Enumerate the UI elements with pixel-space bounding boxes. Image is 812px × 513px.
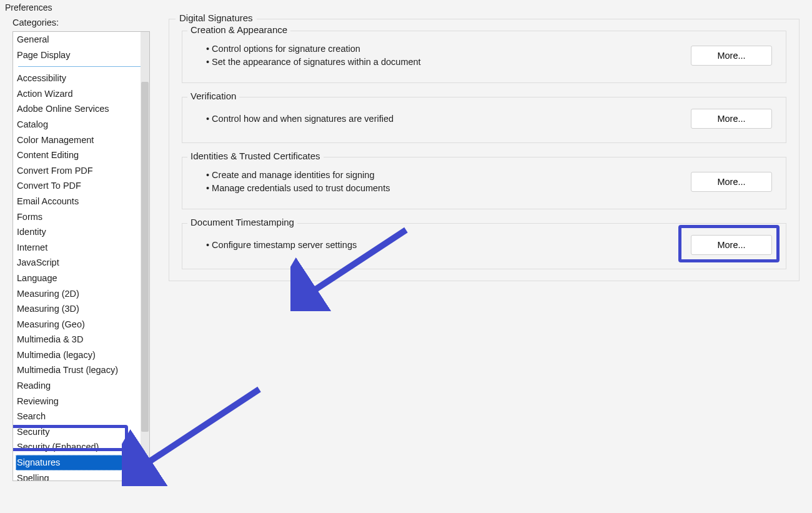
category-item[interactable]: Measuring (3D) bbox=[16, 301, 148, 317]
section-title: Document Timestamping bbox=[187, 217, 297, 227]
section-body: Control options for signature creationSe… bbox=[196, 42, 421, 69]
category-item[interactable]: Security (Enhanced) bbox=[16, 439, 148, 455]
category-item[interactable]: JavaScript bbox=[16, 255, 148, 271]
category-item[interactable]: General bbox=[16, 32, 148, 47]
category-item[interactable]: Catalog bbox=[16, 117, 148, 132]
category-item[interactable]: Reviewing bbox=[16, 394, 148, 409]
category-item[interactable]: Color Management bbox=[16, 132, 148, 148]
category-item[interactable]: Adobe Online Services bbox=[16, 101, 148, 117]
listbox-scrollbar[interactable] bbox=[141, 32, 149, 481]
scrollbar-thumb[interactable] bbox=[141, 82, 149, 432]
category-item[interactable]: Measuring (Geo) bbox=[16, 317, 148, 332]
section-bullet: Configure timestamp server settings bbox=[206, 239, 357, 252]
settings-section: Identities & Trusted CertificatesCreate … bbox=[182, 157, 786, 209]
settings-section: Document TimestampingConfigure timestamp… bbox=[182, 223, 786, 269]
section-title: Verification bbox=[187, 91, 239, 101]
settings-section: Creation & AppearanceControl options for… bbox=[182, 31, 786, 83]
category-item[interactable]: Multimedia (legacy) bbox=[16, 347, 148, 363]
section-body: Control how and when signatures are veri… bbox=[196, 112, 394, 126]
category-separator bbox=[18, 66, 144, 67]
category-item[interactable]: Internet bbox=[16, 240, 148, 256]
section-title: Identities & Trusted Certificates bbox=[187, 151, 324, 161]
category-item[interactable]: Accessibility bbox=[16, 71, 148, 86]
digital-signatures-group: Digital Signatures Creation & Appearance… bbox=[169, 19, 800, 281]
section-bullet: Manage credentials used to trust documen… bbox=[206, 182, 390, 195]
section-body: Create and manage identities for signing… bbox=[196, 169, 390, 195]
window-title: Preferences bbox=[5, 2, 52, 12]
category-item[interactable]: Content Editing bbox=[16, 147, 148, 163]
category-item[interactable]: Search bbox=[16, 409, 148, 424]
section-bullet: Control how and when signatures are veri… bbox=[206, 112, 394, 126]
more-button[interactable]: More... bbox=[691, 172, 772, 192]
category-item[interactable]: Multimedia Trust (legacy) bbox=[16, 362, 148, 378]
window-titlebar: Preferences bbox=[0, 0, 812, 17]
category-item[interactable]: Action Wizard bbox=[16, 86, 148, 102]
category-item[interactable]: Security bbox=[16, 424, 148, 440]
section-bullet: Create and manage identities for signing bbox=[206, 169, 390, 182]
category-item[interactable]: Page Display bbox=[16, 47, 148, 63]
category-item[interactable]: Spelling bbox=[16, 471, 148, 481]
section-title: Creation & Appearance bbox=[187, 24, 290, 35]
section-bullet: Set the appearance of signatures within … bbox=[206, 56, 421, 69]
section-body: Configure timestamp server settings bbox=[196, 239, 357, 252]
category-item[interactable]: Signatures bbox=[16, 455, 148, 471]
more-button[interactable]: More... bbox=[691, 109, 772, 129]
categories-label: Categories: bbox=[12, 17, 150, 27]
more-button[interactable]: More... bbox=[691, 46, 772, 66]
category-item[interactable]: Measuring (2D) bbox=[16, 286, 148, 302]
section-bullet: Control options for signature creation bbox=[206, 42, 421, 56]
categories-listbox[interactable]: GeneralPage DisplayAccessibilityAction W… bbox=[12, 31, 150, 481]
category-item[interactable]: Convert To PDF bbox=[16, 178, 148, 194]
category-item[interactable]: Forms bbox=[16, 209, 148, 225]
category-item[interactable]: Identity bbox=[16, 224, 148, 240]
more-button[interactable]: More... bbox=[691, 235, 772, 255]
settings-panel: Digital Signatures Creation & Appearance… bbox=[150, 17, 800, 481]
preferences-content: Categories: GeneralPage DisplayAccessibi… bbox=[0, 17, 812, 481]
category-item[interactable]: Convert From PDF bbox=[16, 163, 148, 179]
category-item[interactable]: Language bbox=[16, 271, 148, 286]
group-title: Digital Signatures bbox=[176, 12, 257, 23]
category-item[interactable]: Multimedia & 3D bbox=[16, 332, 148, 347]
category-item[interactable]: Reading bbox=[16, 378, 148, 394]
settings-section: VerificationControl how and when signatu… bbox=[182, 97, 786, 143]
category-item[interactable]: Email Accounts bbox=[16, 194, 148, 209]
categories-column: Categories: GeneralPage DisplayAccessibi… bbox=[12, 17, 150, 481]
